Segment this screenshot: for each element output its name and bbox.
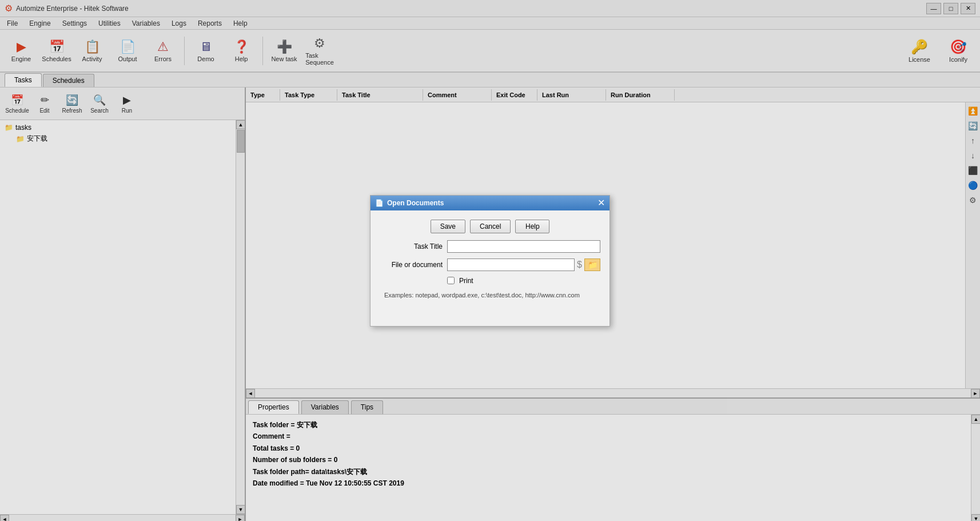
print-label: Print: [459, 277, 473, 285]
file-doc-input-row: $ 📁: [447, 258, 600, 271]
print-checkbox[interactable]: [447, 277, 455, 284]
dialog-title-bar[interactable]: 📄 Open Documents ✕: [371, 196, 609, 210]
dialog-btn-cancel[interactable]: Cancel: [470, 220, 511, 233]
dialog-title-left: 📄 Open Documents: [375, 199, 444, 207]
examples-text: notepad, wordpad.exe, c:\test\test.doc, …: [415, 292, 579, 299]
dialog-overlay: 📄 Open Documents ✕ SaveCancelHelp Task T…: [0, 0, 980, 521]
dialog-close-button[interactable]: ✕: [597, 197, 605, 208]
dialog-title-text: Open Documents: [387, 199, 444, 207]
dialog-examples: Examples: notepad, wordpad.exe, c:\test\…: [380, 289, 600, 299]
file-doc-field: File or document $ 📁: [380, 258, 600, 271]
variable-icon[interactable]: $: [577, 260, 582, 270]
file-doc-label: File or document: [380, 261, 443, 269]
dialog-body: SaveCancelHelp Task Title File or docume…: [371, 210, 609, 308]
examples-label: Examples:: [384, 292, 415, 299]
file-doc-input[interactable]: [447, 258, 575, 271]
open-documents-dialog: 📄 Open Documents ✕ SaveCancelHelp Task T…: [370, 195, 610, 327]
task-title-field: Task Title: [380, 240, 600, 253]
browse-folder-button[interactable]: 📁: [584, 258, 600, 271]
dialog-title-icon: 📄: [375, 199, 384, 207]
task-title-input[interactable]: [447, 240, 600, 253]
print-checkbox-row: Print: [380, 277, 600, 285]
dialog-btn-save[interactable]: Save: [431, 220, 465, 233]
dialog-btn-help[interactable]: Help: [515, 220, 549, 233]
dialog-buttons: SaveCancelHelp: [380, 220, 600, 233]
task-title-label: Task Title: [380, 242, 443, 250]
